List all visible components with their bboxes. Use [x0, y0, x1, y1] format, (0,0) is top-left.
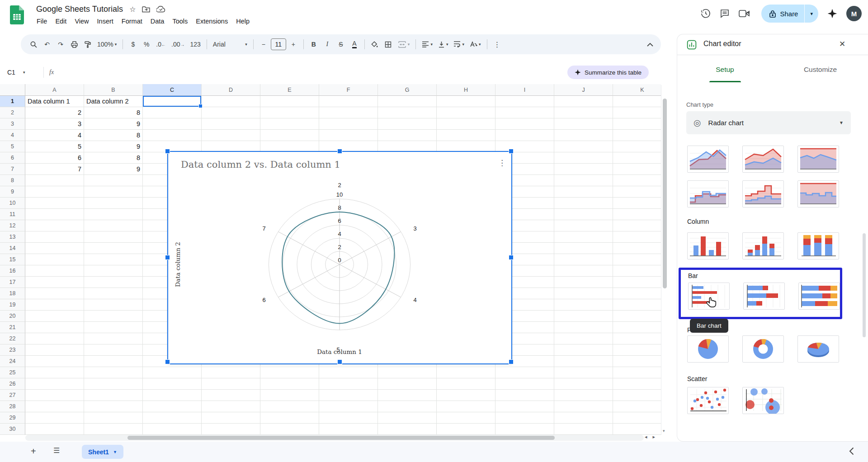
cell-K17[interactable]	[613, 277, 661, 288]
row-header-20[interactable]: 20	[0, 311, 25, 322]
vertical-scrollbar-thumb[interactable]	[663, 99, 667, 288]
thumb-100-stacked-stepped-area-chart[interactable]	[797, 180, 839, 207]
cell-H28[interactable]	[437, 401, 495, 412]
star-icon[interactable]: ☆	[129, 5, 136, 14]
cell-A9[interactable]	[25, 186, 84, 198]
cell-J30[interactable]	[554, 424, 613, 435]
cell-K25[interactable]	[613, 367, 661, 378]
row-header-8[interactable]: 8	[0, 175, 25, 186]
cell-B8[interactable]	[84, 175, 143, 186]
cell-K6[interactable]	[613, 152, 661, 164]
cell-K9[interactable]	[613, 186, 661, 198]
cell-K10[interactable]	[613, 198, 661, 209]
cell-A22[interactable]	[25, 333, 84, 344]
cell-K14[interactable]	[613, 243, 661, 254]
cell-A27[interactable]	[25, 390, 84, 401]
cell-B6[interactable]: 8	[84, 152, 143, 164]
cell-E2[interactable]	[260, 107, 319, 118]
resize-handle[interactable]	[165, 149, 170, 154]
row-header-26[interactable]: 26	[0, 378, 25, 390]
cell-B24[interactable]	[84, 356, 143, 367]
cell-F1[interactable]	[319, 96, 378, 107]
resize-handle[interactable]	[509, 359, 514, 364]
cell-C3[interactable]	[143, 118, 202, 130]
thumb-column-chart[interactable]	[687, 232, 729, 259]
resize-handle[interactable]	[165, 255, 170, 260]
thumb-stacked-bar-chart[interactable]	[743, 283, 785, 310]
cell-K28[interactable]	[613, 401, 661, 412]
cell-J27[interactable]	[554, 390, 613, 401]
cell-K8[interactable]	[613, 175, 661, 186]
cell-K11[interactable]	[613, 209, 661, 220]
cell-A15[interactable]	[25, 254, 84, 265]
menu-extensions[interactable]: Extensions	[192, 16, 232, 26]
menu-file[interactable]: File	[33, 16, 51, 26]
cell-J6[interactable]	[554, 152, 613, 164]
cell-H26[interactable]	[437, 378, 495, 390]
cell-I28[interactable]	[495, 401, 554, 412]
strikethrough-button[interactable]: S	[335, 38, 347, 51]
cell-E25[interactable]	[260, 367, 319, 378]
cell-K12[interactable]	[613, 220, 661, 231]
column-header-F[interactable]: F	[319, 84, 378, 96]
cell-B26[interactable]	[84, 378, 143, 390]
percent-format-button[interactable]: %	[140, 38, 153, 51]
share-button[interactable]: Share ▾	[761, 5, 818, 23]
name-box[interactable]: C1▾	[0, 69, 43, 76]
cell-H29[interactable]	[437, 412, 495, 424]
cell-B29[interactable]	[84, 412, 143, 424]
cell-B20[interactable]	[84, 311, 143, 322]
cell-B3[interactable]: 9	[84, 118, 143, 130]
more-toolbar-icon[interactable]: ⋮	[491, 38, 504, 51]
cell-F4[interactable]	[319, 130, 378, 141]
cell-G27[interactable]	[378, 390, 437, 401]
cell-J29[interactable]	[554, 412, 613, 424]
row-header-9[interactable]: 9	[0, 186, 25, 198]
menu-format[interactable]: Format	[118, 16, 146, 26]
sheet-tab-sheet1[interactable]: Sheet1 ▼	[82, 445, 123, 459]
collapse-toolbar-icon[interactable]	[644, 38, 656, 51]
cell-J20[interactable]	[554, 311, 613, 322]
sheet-menu-caret[interactable]: ▼	[113, 450, 117, 454]
cell-A11[interactable]	[25, 209, 84, 220]
cell-C27[interactable]	[143, 390, 202, 401]
cell-B23[interactable]	[84, 344, 143, 356]
cell-E4[interactable]	[260, 130, 319, 141]
cell-A7[interactable]: 7	[25, 164, 84, 175]
cell-A10[interactable]	[25, 198, 84, 209]
merge-cells-icon[interactable]: ▾	[396, 38, 412, 51]
tab-customize[interactable]: Customize	[773, 55, 868, 84]
cell-F30[interactable]	[319, 424, 378, 435]
all-sheets-icon[interactable]: ☰	[53, 446, 60, 455]
cell-B30[interactable]	[84, 424, 143, 435]
cell-D26[interactable]	[202, 378, 260, 390]
menu-tools[interactable]: Tools	[168, 16, 192, 26]
italic-button[interactable]: I	[321, 38, 334, 51]
move-folder-icon[interactable]	[142, 6, 150, 13]
thumb-stacked-column-chart[interactable]	[742, 232, 784, 259]
cell-B28[interactable]	[84, 401, 143, 412]
cell-K15[interactable]	[613, 254, 661, 265]
cell-K27[interactable]	[613, 390, 661, 401]
cell-A25[interactable]	[25, 367, 84, 378]
cell-H1[interactable]	[437, 96, 495, 107]
redo-icon[interactable]: ↷	[54, 38, 67, 51]
thumb-stacked-area-chart[interactable]	[742, 146, 784, 173]
cell-K4[interactable]	[613, 130, 661, 141]
cell-B10[interactable]	[84, 198, 143, 209]
meet-video-icon[interactable]	[739, 9, 752, 18]
cell-G30[interactable]	[378, 424, 437, 435]
select-all-corner[interactable]	[0, 84, 25, 96]
cell-B9[interactable]	[84, 186, 143, 198]
cell-K30[interactable]	[613, 424, 661, 435]
cell-A4[interactable]: 4	[25, 130, 84, 141]
cell-A18[interactable]	[25, 288, 84, 299]
row-header-10[interactable]: 10	[0, 198, 25, 209]
vertical-align-icon[interactable]: ▾	[436, 38, 451, 51]
chart-object[interactable]: 10 8 6 4 2 0 2 3 4 5 6 7 Data column 2 D…	[167, 151, 512, 364]
cell-B21[interactable]	[84, 322, 143, 333]
horizontal-scroll-arrows[interactable]: ◂▸	[645, 434, 655, 440]
cell-B4[interactable]: 8	[84, 130, 143, 141]
print-icon[interactable]	[68, 38, 80, 51]
thumb-stacked-stepped-area-chart[interactable]	[742, 180, 784, 207]
